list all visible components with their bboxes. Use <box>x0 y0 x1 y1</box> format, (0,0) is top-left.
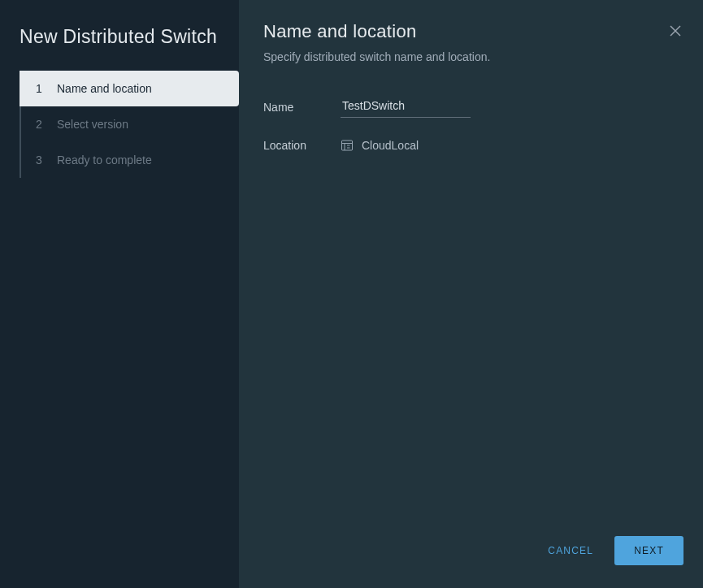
content-header: Name and location Specify distributed sw… <box>239 0 703 71</box>
wizard-dialog: New Distributed Switch 1 Name and locati… <box>0 0 703 588</box>
location-text: CloudLocal <box>362 139 419 152</box>
step-label: Ready to complete <box>57 153 152 166</box>
form-row-location: Location CloudLocal <box>263 139 679 152</box>
form-row-name: Name <box>263 96 679 118</box>
step-label: Select version <box>57 118 128 131</box>
close-icon <box>670 25 681 40</box>
name-label: Name <box>263 101 341 114</box>
content-title: Name and location <box>263 21 679 42</box>
step-number: 1 <box>36 82 46 95</box>
location-label: Location <box>263 139 341 152</box>
form-body: Name Location CloudLocal <box>239 71 703 173</box>
location-value-container: CloudLocal <box>341 139 419 152</box>
content-panel: Name and location Specify distributed sw… <box>239 0 703 588</box>
step-number: 2 <box>36 118 46 131</box>
next-button[interactable]: NEXT <box>614 536 683 565</box>
wizard-sidebar: New Distributed Switch 1 Name and locati… <box>0 0 239 588</box>
step-ready-to-complete[interactable]: 3 Ready to complete <box>20 142 239 178</box>
wizard-title: New Distributed Switch <box>0 19 239 71</box>
step-number: 3 <box>36 153 46 166</box>
close-button[interactable] <box>667 24 683 41</box>
step-name-and-location[interactable]: 1 Name and location <box>20 71 239 106</box>
wizard-footer: CANCEL NEXT <box>239 523 703 588</box>
step-label: Name and location <box>57 82 152 95</box>
name-input[interactable] <box>341 96 471 118</box>
cancel-button[interactable]: CANCEL <box>545 538 597 563</box>
content-subtitle: Specify distributed switch name and loca… <box>263 50 679 63</box>
datacenter-icon <box>341 139 354 152</box>
step-select-version[interactable]: 2 Select version <box>20 106 239 142</box>
steps-list: 1 Name and location 2 Select version 3 R… <box>20 71 239 178</box>
